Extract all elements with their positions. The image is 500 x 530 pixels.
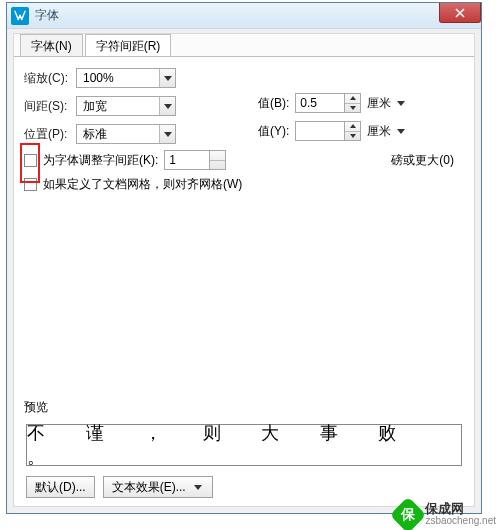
spacing-label: 间距(S): xyxy=(24,98,76,115)
spin-up-icon[interactable] xyxy=(345,122,360,131)
unit-b-label: 厘米 xyxy=(367,95,391,112)
effects-button[interactable]: 文本效果(E)... xyxy=(103,476,213,498)
tab-font[interactable]: 字体(N) xyxy=(20,34,83,56)
default-button-label: 默认(D)... xyxy=(35,479,86,496)
spin-down-icon[interactable] xyxy=(345,103,360,113)
spin-up-icon[interactable] xyxy=(345,94,360,103)
value-y-label: 值(Y): xyxy=(258,123,289,140)
position-combo[interactable]: 标准 xyxy=(76,124,176,144)
zoom-label: 缩放(C): xyxy=(24,70,76,87)
chevron-down-icon[interactable] xyxy=(393,122,409,140)
spin-up-icon[interactable] xyxy=(210,151,225,160)
snap-label: 如果定义了文档网格，则对齐网格(W) xyxy=(43,176,242,193)
font-dialog: 字体 字体(N) 字符间距(R) 缩放(C): 100% xyxy=(6,2,482,514)
value-b-input[interactable] xyxy=(295,93,345,113)
watermark: 保 保成网 zsbaocheng.net xyxy=(395,502,496,528)
chevron-down-icon[interactable] xyxy=(159,97,175,115)
tab-pane-spacing: 缩放(C): 100% 间距(S): 加宽 值(B): xyxy=(14,57,474,506)
spin-down-icon[interactable] xyxy=(210,160,225,170)
chevron-down-icon[interactable] xyxy=(159,125,175,143)
watermark-brand: 保成网 xyxy=(425,503,496,515)
kerning-pts-label: 磅或更大(0) xyxy=(391,152,454,169)
window-title: 字体 xyxy=(35,7,59,24)
dialog-body: 字体(N) 字符间距(R) 缩放(C): 100% 间距(S): 加宽 xyxy=(13,33,475,507)
position-value: 标准 xyxy=(77,126,159,143)
zoom-value: 100% xyxy=(77,71,159,85)
kerning-input[interactable] xyxy=(164,150,210,170)
unit-y-label: 厘米 xyxy=(367,123,391,140)
value-b-spinner[interactable] xyxy=(295,93,361,113)
position-label: 位置(P): xyxy=(24,126,76,143)
watermark-icon: 保 xyxy=(390,497,427,530)
chevron-down-icon[interactable] xyxy=(159,69,175,87)
preview-label: 预览 xyxy=(24,399,48,416)
spin-down-icon[interactable] xyxy=(345,131,360,141)
snap-checkbox[interactable] xyxy=(24,178,37,191)
kerning-label: 为字体调整字间距(K): xyxy=(43,152,158,169)
tab-spacing[interactable]: 字符间距(R) xyxy=(85,34,172,56)
preview-area: 不 谨 ， 则 大 事 败 。 xyxy=(26,424,462,466)
effects-button-label: 文本效果(E)... xyxy=(112,479,186,496)
watermark-url: zsbaocheng.net xyxy=(425,515,496,527)
default-button[interactable]: 默认(D)... xyxy=(26,476,95,498)
spacing-combo[interactable]: 加宽 xyxy=(76,96,176,116)
app-icon xyxy=(11,7,29,25)
chevron-down-icon[interactable] xyxy=(393,94,409,112)
kerning-spinner[interactable] xyxy=(164,150,226,170)
spacing-value: 加宽 xyxy=(77,98,159,115)
value-y-input[interactable] xyxy=(295,121,345,141)
value-b-label: 值(B): xyxy=(258,95,289,112)
kerning-checkbox[interactable] xyxy=(24,154,37,167)
zoom-combo[interactable]: 100% xyxy=(76,68,176,88)
close-button[interactable] xyxy=(439,3,481,23)
value-y-spinner[interactable] xyxy=(295,121,361,141)
title-bar: 字体 xyxy=(7,3,481,29)
chevron-down-icon[interactable] xyxy=(192,478,204,496)
